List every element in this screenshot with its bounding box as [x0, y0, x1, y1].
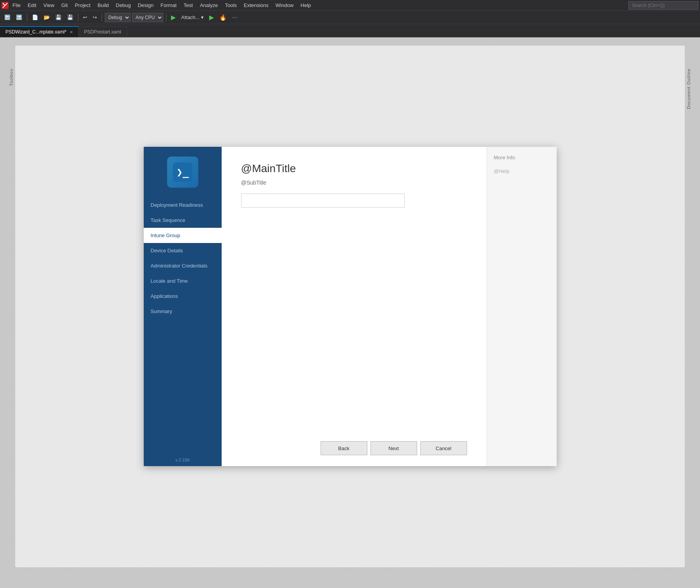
wizard-main-content: @MainTitle @SubTitle Back Next Cancel	[222, 147, 487, 466]
tabs-bar: PSDWizard_C...mplate.xaml* ✕ PSDPrestart…	[0, 24, 700, 37]
wizard-window: ❯_ Deployment Readiness Task Sequence In…	[144, 147, 557, 466]
separator-3	[102, 14, 102, 21]
debug-config-dropdown[interactable]: Debug	[105, 13, 130, 22]
nav-back-btn[interactable]: 🔙	[2, 14, 12, 21]
menu-build[interactable]: Build	[94, 1, 112, 10]
sidebar-item-device-details[interactable]: Device Details	[144, 243, 222, 258]
menu-analyze[interactable]: Analyze	[197, 1, 221, 10]
wizard-text-input[interactable]	[241, 194, 405, 208]
more-info-label: More Info	[494, 155, 550, 160]
nav-forward-btn[interactable]: 🔜	[14, 14, 24, 21]
sidebar-item-locale-and-time[interactable]: Locale and Time	[144, 273, 222, 289]
new-file-btn[interactable]: 📄	[30, 14, 40, 21]
save-btn[interactable]: 💾	[53, 14, 63, 21]
menu-format[interactable]: Format	[157, 1, 180, 10]
toolbar: 🔙 🔜 📄 📂 💾 💾 ↩ ↪ Debug Any CPU ▶ Attach..…	[0, 11, 700, 24]
tab-label-psdwizard: PSDWizard_C...mplate.xaml*	[5, 29, 67, 35]
menu-design[interactable]: Design	[135, 1, 157, 10]
toolbox-label: Toolbox	[9, 69, 14, 86]
redo-btn[interactable]: ↪	[91, 14, 99, 21]
sidebar-version: v 2.15b	[168, 454, 196, 466]
wizard-subtitle: @SubTitle	[241, 180, 467, 186]
menu-view[interactable]: View	[40, 1, 57, 10]
run-btn[interactable]: ▶	[207, 13, 216, 22]
menu-debug[interactable]: Debug	[113, 1, 134, 10]
start-btn[interactable]: ▶	[169, 13, 178, 22]
undo-btn[interactable]: ↩	[81, 14, 89, 21]
tab-psdwizard[interactable]: PSDWizard_C...mplate.xaml* ✕	[0, 26, 79, 37]
tab-close-psdwizard[interactable]: ✕	[70, 30, 73, 34]
open-btn[interactable]: 📂	[42, 14, 52, 21]
menu-git[interactable]: Git	[58, 1, 71, 10]
toolbar-more-btn[interactable]: ⋯	[230, 14, 239, 21]
sidebar-item-summary[interactable]: Summary	[144, 304, 222, 319]
wizard-content-space	[241, 208, 467, 435]
menu-help[interactable]: Help	[298, 1, 314, 10]
app-logo	[2, 2, 9, 9]
wizard-footer: Back Next Cancel	[241, 435, 467, 458]
svg-line-1	[3, 3, 5, 5]
sidebar-logo-icon: ❯_	[167, 157, 198, 188]
tab-psdprestart[interactable]: PSDPrestart.xaml	[79, 26, 127, 37]
designer-frame: ❯_ Deployment Readiness Task Sequence In…	[15, 45, 685, 568]
cancel-button[interactable]: Cancel	[420, 441, 467, 455]
cpu-dropdown[interactable]: Any CPU	[132, 13, 163, 22]
sidebar-item-deployment-readiness[interactable]: Deployment Readiness	[144, 197, 222, 213]
menu-tools[interactable]: Tools	[222, 1, 240, 10]
back-button[interactable]: Back	[321, 441, 367, 455]
wizard-main-title: @MainTitle	[241, 162, 467, 175]
menu-window[interactable]: Window	[272, 1, 296, 10]
menu-test[interactable]: Test	[180, 1, 196, 10]
tab-label-psdprestart: PSDPrestart.xaml	[84, 29, 121, 35]
hot-reload-btn[interactable]: 🔥	[217, 13, 229, 22]
sidebar-nav: Deployment Readiness Task Sequence Intun…	[144, 197, 222, 319]
separator-1	[27, 14, 27, 21]
sidebar-logo-area: ❯_	[144, 147, 222, 197]
help-text: @Help	[494, 168, 550, 174]
menu-bar: File Edit View Git Project Build Debug D…	[0, 0, 700, 11]
menu-edit[interactable]: Edit	[25, 1, 39, 10]
document-outline-label: Document Outline	[686, 69, 691, 109]
separator-2	[78, 14, 78, 21]
separator-4	[166, 14, 166, 21]
sidebar-item-task-sequence[interactable]: Task Sequence	[144, 213, 222, 228]
wizard-sidebar: ❯_ Deployment Readiness Task Sequence In…	[144, 147, 222, 466]
svg-text:❯_: ❯_	[176, 166, 189, 178]
menu-project[interactable]: Project	[72, 1, 93, 10]
save-all-btn[interactable]: 💾	[65, 14, 75, 21]
attach-btn[interactable]: Attach... ▾	[179, 14, 206, 21]
sidebar-item-intune-group[interactable]: Intune Group	[144, 228, 222, 243]
sidebar-item-applications[interactable]: Applications	[144, 289, 222, 304]
wizard-info-panel: More Info @Help	[487, 147, 557, 466]
search-input[interactable]	[628, 1, 698, 10]
toolbox-strip: Toolbox	[8, 45, 15, 568]
wizard-body: ❯_ Deployment Readiness Task Sequence In…	[144, 147, 557, 466]
next-button[interactable]: Next	[370, 441, 417, 455]
menu-extensions[interactable]: Extensions	[241, 1, 272, 10]
menu-file[interactable]: File	[9, 1, 24, 10]
document-outline-strip: Document Outline	[685, 45, 692, 568]
sidebar-item-administrator-credentials[interactable]: Administrator Credentials	[144, 258, 222, 273]
main-area: Toolbox ❯_	[0, 37, 700, 576]
